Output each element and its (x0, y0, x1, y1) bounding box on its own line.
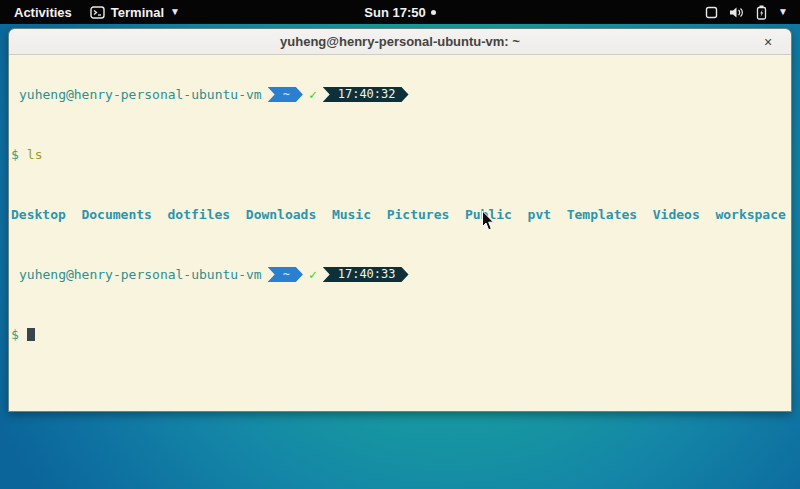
battery-charging-icon (756, 5, 767, 20)
prompt-time-segment: 17:40:32 (323, 87, 409, 102)
prompt-path-segment: ~ (268, 87, 303, 102)
prompt-user: yuheng@henry-personal-ubuntu-vm (11, 267, 262, 282)
screen: Activities Terminal ▼ Sun 17:50 (0, 0, 800, 489)
prompt-dollar: $ (11, 327, 19, 342)
prompt-path-segment: ~ (268, 267, 303, 282)
prompt-time: 17:40:32 (338, 87, 396, 102)
activities-button[interactable]: Activities (10, 3, 76, 22)
command-line-current: $ (11, 327, 790, 342)
app-menu-terminal[interactable]: Terminal ▼ (90, 5, 180, 20)
terminal-cursor (27, 328, 35, 341)
terminal-app-icon (90, 6, 105, 19)
top-bar: Activities Terminal ▼ Sun 17:50 (0, 0, 800, 24)
prompt-user: yuheng@henry-personal-ubuntu-vm (11, 87, 262, 102)
prompt-time-segment: 17:40:33 (323, 267, 409, 282)
terminal-screen[interactable]: yuheng@henry-personal-ubuntu-vm ~ ✓ 17:4… (9, 55, 791, 412)
prompt-time: 17:40:33 (338, 267, 396, 282)
system-status-area[interactable]: ▼ (705, 5, 800, 20)
command-line: $ls (11, 147, 790, 162)
volume-icon (729, 6, 745, 19)
command-text: ls (27, 147, 43, 162)
notification-dot (431, 10, 436, 15)
window-title: yuheng@henry-personal-ubuntu-vm: ~ (9, 34, 791, 49)
status-check-icon: ✓ (309, 87, 317, 102)
terminal-window: yuheng@henry-personal-ubuntu-vm: ~ × yuh… (8, 28, 792, 412)
clock-button[interactable]: Sun 17:50 (364, 5, 425, 20)
prompt-line: yuheng@henry-personal-ubuntu-vm ~ ✓ 17:4… (11, 267, 790, 282)
close-button[interactable]: × (757, 29, 779, 55)
chevron-down-icon[interactable]: ▼ (778, 7, 788, 17)
screen-icon (705, 6, 718, 19)
status-check-icon: ✓ (309, 267, 317, 282)
window-titlebar[interactable]: yuheng@henry-personal-ubuntu-vm: ~ × (9, 29, 791, 55)
prompt-dollar: $ (11, 147, 19, 162)
chevron-down-icon: ▼ (170, 7, 180, 17)
app-menu-label: Terminal (111, 5, 164, 20)
prompt-line: yuheng@henry-personal-ubuntu-vm ~ ✓ 17:4… (11, 87, 790, 102)
ls-output-line: Desktop Documents dotfiles Downloads Mus… (11, 207, 790, 222)
topbar-left: Activities Terminal ▼ (0, 3, 180, 22)
prompt-path: ~ (283, 87, 290, 102)
prompt-path: ~ (283, 267, 290, 282)
